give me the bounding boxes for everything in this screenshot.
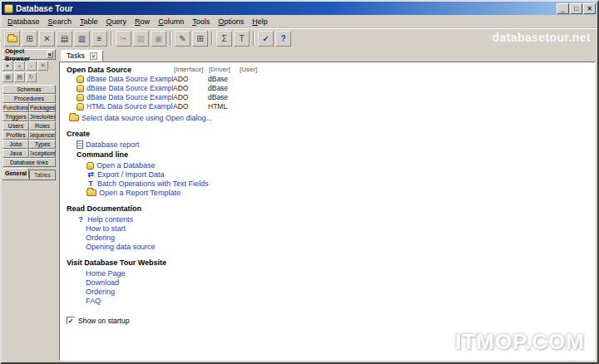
export-import-link[interactable]: Export / Import Data: [97, 170, 165, 179]
documentation-item-row: ? Help contents: [67, 215, 588, 224]
ordering-site-link[interactable]: Ordering: [86, 288, 115, 296]
opening-data-source-link[interactable]: Opening data source: [86, 243, 156, 251]
help-button[interactable]: ?: [275, 31, 291, 47]
object-browser-close-button[interactable]: ✕: [47, 51, 53, 58]
sidebar-item-triggers[interactable]: Triggers: [2, 112, 29, 121]
menu-row[interactable]: Row: [131, 17, 154, 27]
interface-value: ADO: [173, 93, 208, 101]
tab-tasks[interactable]: Tasks ✕: [61, 50, 103, 61]
sidebar-item-database-links[interactable]: Database links: [2, 158, 56, 167]
window-title: Database Tour: [16, 4, 73, 13]
data-source-row: dBase Data Source Example (ado-odbc) ADO…: [67, 75, 588, 83]
edit-button[interactable]: ✎: [175, 31, 191, 47]
tab-general[interactable]: General: [2, 168, 29, 178]
maximize-button[interactable]: □: [570, 3, 582, 14]
sidebar-item-packages[interactable]: Packages: [29, 103, 56, 112]
open-database-link[interactable]: Open a Database: [97, 161, 156, 170]
window-controls: _ □ ✕: [557, 3, 596, 14]
show-on-startup-checkbox[interactable]: ✓: [67, 317, 75, 325]
sidebar-item-functions[interactable]: Functions: [2, 103, 29, 112]
expand-icon[interactable]: ▸: [2, 61, 13, 71]
driver-value: dBase: [208, 84, 239, 92]
menu-tools[interactable]: Tools: [188, 17, 214, 27]
sidebar-item-java[interactable]: Java: [2, 149, 29, 158]
open-dialog-folder-icon: [69, 115, 79, 121]
sidebar-item-sequences[interactable]: Sequences: [29, 130, 56, 140]
app-window: Database Tour _ □ ✕ Database Search Tabl…: [0, 0, 599, 364]
cut-icon: ✂: [120, 34, 126, 43]
sidebar-item-schemas[interactable]: Schemas: [2, 85, 56, 94]
toolbar-separator: [111, 32, 112, 46]
menu-options[interactable]: Options: [214, 17, 248, 27]
itmop-watermark: ITMOP.COM: [455, 329, 585, 355]
menu-table[interactable]: Table: [76, 17, 102, 27]
rows-small-icon[interactable]: ▤: [14, 72, 25, 82]
sidebar-item-profiles[interactable]: Profiles: [2, 130, 29, 140]
refresh-icon[interactable]: ↻: [26, 72, 37, 82]
menu-help[interactable]: Help: [248, 17, 272, 27]
grid-button[interactable]: ⊞: [192, 31, 208, 47]
menubar: Database Search Table Query Row Column T…: [2, 15, 597, 28]
database-report-link[interactable]: Database report: [86, 140, 140, 149]
sidebar-item-directories[interactable]: Directories: [29, 112, 56, 121]
data-source-link[interactable]: dBase Data Source Example (ado-directory…: [87, 84, 173, 92]
cut-button[interactable]: ✂: [116, 31, 131, 47]
section-title-create: Create: [67, 130, 588, 138]
home-page-link[interactable]: Home Page: [86, 269, 126, 278]
column-header-interface: [Interface]: [174, 66, 204, 73]
view-data-button[interactable]: ▤: [57, 31, 72, 47]
minimize-button[interactable]: _: [557, 3, 569, 14]
how-to-start-link[interactable]: How to start: [86, 224, 126, 233]
tab-close-icon[interactable]: ✕: [90, 52, 97, 60]
database-icon: [77, 94, 84, 101]
tab-tables[interactable]: Tables: [29, 170, 56, 180]
data-source-link[interactable]: dBase Data Source Example (ado-odbc): [87, 75, 173, 83]
report-icon: [77, 140, 83, 149]
menu-column[interactable]: Column: [154, 17, 188, 27]
tasks-page: Open Data Source [Interface] [Driver] [U…: [59, 61, 596, 361]
sigma-icon: Σ: [221, 34, 226, 43]
open-database-icon: [87, 162, 94, 170]
help-contents-link[interactable]: Help contents: [87, 215, 133, 224]
download-link[interactable]: Download: [86, 278, 119, 287]
help-icon: ?: [77, 215, 85, 224]
sidebar-item-types[interactable]: Types: [29, 140, 56, 149]
text-fields-button[interactable]: T: [234, 31, 250, 47]
check-button[interactable]: ✓: [258, 31, 274, 47]
app-icon: [4, 4, 13, 13]
copy-button[interactable]: ▥: [133, 31, 149, 47]
batch-operations-link[interactable]: Batch Operations with Text Fields: [97, 180, 208, 188]
data-source-link[interactable]: HTML Data Source Example: [87, 102, 173, 111]
sidebar-item-users[interactable]: Users: [2, 121, 29, 130]
documentation-item-row: How to start: [67, 224, 588, 233]
open-data-source-button[interactable]: [4, 31, 20, 47]
new-object-button[interactable]: ⊞: [22, 31, 37, 47]
close-data-source-button[interactable]: ✕: [39, 31, 55, 47]
grid-small-icon[interactable]: ▦: [2, 72, 13, 82]
faq-link[interactable]: FAQ: [86, 297, 101, 305]
ordering-doc-link[interactable]: Ordering: [86, 234, 115, 242]
menu-search[interactable]: Search: [44, 17, 77, 27]
copy-icon: ▥: [137, 34, 145, 43]
check-icon: ✓: [262, 34, 269, 43]
close-button[interactable]: ✕: [583, 3, 596, 14]
sidebar-item-jobs[interactable]: Jobs: [2, 140, 29, 149]
sidebar-item-procedures[interactable]: Procedures: [2, 94, 56, 103]
sidebar-item-exceptions[interactable]: Exceptions: [29, 149, 56, 158]
clear-icon[interactable]: ▫: [26, 61, 37, 71]
stop-icon[interactable]: ▪: [14, 61, 25, 71]
menu-query[interactable]: Query: [102, 17, 131, 27]
paste-button[interactable]: ▣: [151, 31, 166, 47]
object-browser-empty-area: [2, 180, 56, 362]
command-line-item-row: ⇄ Export / Import Data: [67, 170, 588, 179]
menu-database[interactable]: Database: [3, 17, 44, 27]
close-list-icon[interactable]: ✕: [37, 61, 48, 71]
list-view-button[interactable]: ≡: [92, 31, 107, 47]
copy-window-button[interactable]: ▥: [74, 31, 90, 47]
report-template-link[interactable]: Open a Report Template: [99, 189, 181, 197]
open-dialog-link[interactable]: Select data source using Open dialog...: [82, 114, 212, 122]
sidebar-item-roles[interactable]: Roles: [29, 121, 56, 130]
subsection-title-command-line: Command line: [67, 150, 588, 159]
data-source-link[interactable]: dBase Data Source Example (ado-jet): [87, 93, 173, 101]
sum-button[interactable]: Σ: [216, 31, 232, 47]
